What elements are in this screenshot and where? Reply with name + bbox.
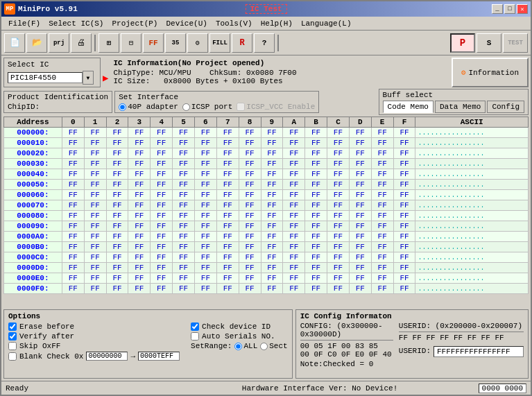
range-all-label[interactable]: ALL	[234, 342, 257, 350]
hex-cell[interactable]: FF	[349, 148, 371, 159]
hex-cell[interactable]: FF	[216, 252, 239, 263]
hex-cell[interactable]: FF	[106, 232, 128, 242]
hex-cell[interactable]: FF	[128, 148, 151, 159]
hex-cell[interactable]: FF	[106, 200, 128, 211]
hex-scroll[interactable]: Address 0 1 2 3 4 5 6 7 8 9 A B	[3, 117, 529, 308]
hex-cell[interactable]: FF	[349, 200, 371, 211]
toolbar-open-btn[interactable]: 📂	[26, 33, 47, 53]
checkbox-icsp-vcc[interactable]: ICSP_VCC Enable	[237, 103, 315, 111]
hex-cell[interactable]: FF	[305, 169, 327, 180]
hex-cell[interactable]: FF	[349, 284, 371, 294]
range-sect-label[interactable]: Sect	[260, 342, 287, 350]
hex-cell[interactable]: FF	[261, 211, 283, 221]
blank-to-input[interactable]	[138, 352, 180, 361]
menu-tools[interactable]: Tools(V)	[212, 18, 257, 29]
toolbar-print-btn[interactable]: 🖨	[71, 33, 92, 53]
hex-cell[interactable]: FF	[327, 190, 350, 200]
hex-cell[interactable]: FF	[371, 242, 393, 252]
hex-cell[interactable]: FF	[393, 284, 415, 294]
hex-cell[interactable]: FF	[239, 159, 261, 169]
hex-cell[interactable]: FF	[128, 159, 151, 169]
hex-cell[interactable]: FF	[194, 273, 216, 284]
toolbar-load-btn[interactable]: ⊞	[98, 33, 119, 53]
hex-cell[interactable]: FF	[173, 242, 195, 252]
hex-cell[interactable]: FF	[128, 200, 151, 211]
hex-cell[interactable]: FF	[327, 138, 350, 148]
hex-cell[interactable]: FF	[216, 242, 239, 252]
hex-cell[interactable]: FF	[327, 273, 350, 284]
hex-cell[interactable]: FF	[327, 169, 350, 180]
hex-cell[interactable]: FF	[194, 221, 216, 232]
hex-cell[interactable]: FF	[106, 242, 128, 252]
hex-cell[interactable]: FF	[216, 190, 239, 200]
hex-cell[interactable]: FF	[305, 138, 327, 148]
hex-cell[interactable]: FF	[261, 128, 283, 138]
hex-cell[interactable]: FF	[371, 169, 393, 180]
hex-cell[interactable]: FF	[106, 148, 128, 159]
toolbar-p-btn[interactable]: P	[450, 33, 475, 53]
maximize-button[interactable]: □	[504, 4, 515, 14]
hex-cell[interactable]: FF	[393, 138, 415, 148]
hex-cell[interactable]: FF	[173, 138, 195, 148]
hex-cell[interactable]: FF	[194, 169, 216, 180]
hex-cell[interactable]: FF	[283, 211, 305, 221]
hex-cell[interactable]: FF	[62, 211, 84, 221]
hex-cell[interactable]: FF	[173, 252, 195, 263]
hex-cell[interactable]: FF	[173, 263, 195, 273]
hex-cell[interactable]: FF	[261, 138, 283, 148]
hex-cell[interactable]: FF	[84, 284, 106, 294]
hex-cell[interactable]: FF	[239, 200, 261, 211]
ic-select-input[interactable]	[8, 72, 83, 83]
hex-cell[interactable]: FF	[283, 180, 305, 190]
hex-cell[interactable]: FF	[216, 128, 239, 138]
hex-cell[interactable]: FF	[283, 200, 305, 211]
hex-cell[interactable]: FF	[239, 211, 261, 221]
hex-cell[interactable]: FF	[393, 232, 415, 242]
buff-tab-code[interactable]: Code Memo	[383, 101, 434, 113]
hex-cell[interactable]: FF	[283, 138, 305, 148]
hex-cell[interactable]: FF	[84, 242, 106, 252]
close-button[interactable]: ✕	[517, 4, 528, 14]
hex-cell[interactable]: FF	[393, 128, 415, 138]
hex-cell[interactable]: FF	[261, 200, 283, 211]
hex-cell[interactable]: FF	[151, 169, 173, 180]
hex-cell[interactable]: FF	[173, 221, 195, 232]
blank-from-input[interactable]	[86, 352, 128, 361]
hex-cell[interactable]: FF	[327, 148, 350, 159]
hex-cell[interactable]: FF	[173, 159, 195, 169]
hex-cell[interactable]: FF	[128, 284, 151, 294]
hex-cell[interactable]: FF	[173, 232, 195, 242]
hex-cell[interactable]: FF	[305, 273, 327, 284]
verify-checkbox[interactable]	[8, 332, 17, 341]
hex-cell[interactable]: FF	[216, 273, 239, 284]
hex-cell[interactable]: FF	[194, 252, 216, 263]
hex-cell[interactable]: FF	[261, 273, 283, 284]
information-button[interactable]: ⚙ Information	[452, 58, 529, 87]
hex-cell[interactable]: FF	[349, 273, 371, 284]
hex-cell[interactable]: FF	[128, 221, 151, 232]
hex-cell[interactable]: FF	[173, 273, 195, 284]
hex-cell[interactable]: FF	[305, 200, 327, 211]
hex-cell[interactable]: FF	[239, 232, 261, 242]
hex-cell[interactable]: FF	[393, 221, 415, 232]
hex-cell[interactable]: FF	[62, 148, 84, 159]
hex-cell[interactable]: FF	[305, 284, 327, 294]
hex-cell[interactable]: FF	[128, 232, 151, 242]
menu-language[interactable]: Language(L)	[297, 18, 356, 29]
hex-cell[interactable]: FF	[305, 159, 327, 169]
hex-cell[interactable]: FF	[349, 232, 371, 242]
hex-cell[interactable]: FF	[84, 180, 106, 190]
hex-cell[interactable]: FF	[239, 169, 261, 180]
hex-cell[interactable]: FF	[371, 200, 393, 211]
hex-cell[interactable]: FF	[393, 273, 415, 284]
hex-cell[interactable]: FF	[106, 159, 128, 169]
toolbar-prj-btn[interactable]: prj	[49, 33, 69, 53]
hex-cell[interactable]: FF	[194, 180, 216, 190]
hex-cell[interactable]: FF	[393, 169, 415, 180]
hex-cell[interactable]: FF	[151, 221, 173, 232]
hex-cell[interactable]: FF	[305, 242, 327, 252]
hex-cell[interactable]: FF	[261, 190, 283, 200]
hex-cell[interactable]: FF	[371, 159, 393, 169]
hex-cell[interactable]: FF	[283, 128, 305, 138]
hex-cell[interactable]: FF	[173, 128, 195, 138]
